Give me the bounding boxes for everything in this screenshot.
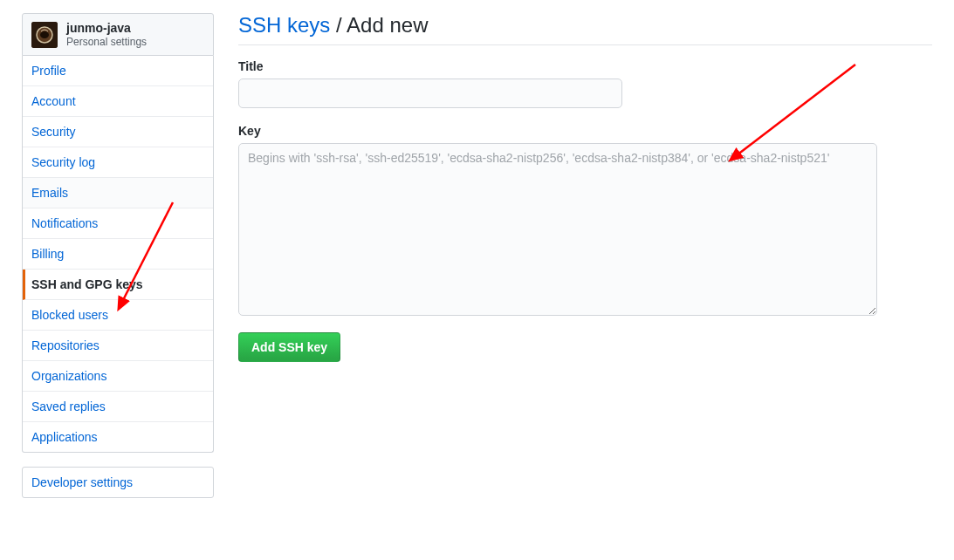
add-ssh-key-button[interactable]: Add SSH key	[238, 332, 340, 362]
avatar	[31, 22, 58, 48]
title-label: Title	[238, 59, 932, 73]
sidebar-item-security-log[interactable]: Security log	[23, 147, 213, 178]
sidebar-item-profile[interactable]: Profile	[23, 56, 213, 86]
sidebar-item-account[interactable]: Account	[23, 86, 213, 117]
main-content: SSH keys / Add new Title Key Add SSH key	[214, 13, 932, 498]
settings-sidebar: junmo-java Personal settings Profile Acc…	[22, 13, 214, 498]
sidebar-item-developer-settings[interactable]: Developer settings	[22, 467, 214, 498]
key-textarea[interactable]	[238, 143, 877, 316]
profile-name: junmo-java	[66, 21, 147, 36]
sidebar-item-ssh-gpg-keys[interactable]: SSH and GPG keys	[23, 270, 213, 300]
breadcrumb-separator: /	[330, 13, 347, 37]
breadcrumb-link[interactable]: SSH keys	[238, 13, 330, 37]
key-label: Key	[238, 124, 932, 138]
sidebar-item-organizations[interactable]: Organizations	[23, 361, 213, 392]
sidebar-item-blocked-users[interactable]: Blocked users	[23, 300, 213, 331]
sidebar-item-saved-replies[interactable]: Saved replies	[23, 392, 213, 422]
nav-list: Profile Account Security Security log Em…	[22, 56, 214, 453]
profile-header: junmo-java Personal settings	[22, 13, 214, 56]
sidebar-item-repositories[interactable]: Repositories	[23, 331, 213, 361]
svg-point-2	[40, 31, 49, 38]
sidebar-item-notifications[interactable]: Notifications	[23, 208, 213, 239]
sidebar-item-applications[interactable]: Applications	[23, 422, 213, 452]
breadcrumb-current: Add new	[347, 13, 428, 37]
page-title: SSH keys / Add new	[238, 13, 932, 45]
sidebar-item-emails[interactable]: Emails	[23, 178, 213, 208]
profile-subtitle: Personal settings	[66, 36, 147, 48]
title-input[interactable]	[238, 79, 622, 108]
sidebar-item-billing[interactable]: Billing	[23, 239, 213, 270]
sidebar-item-security[interactable]: Security	[23, 117, 213, 147]
